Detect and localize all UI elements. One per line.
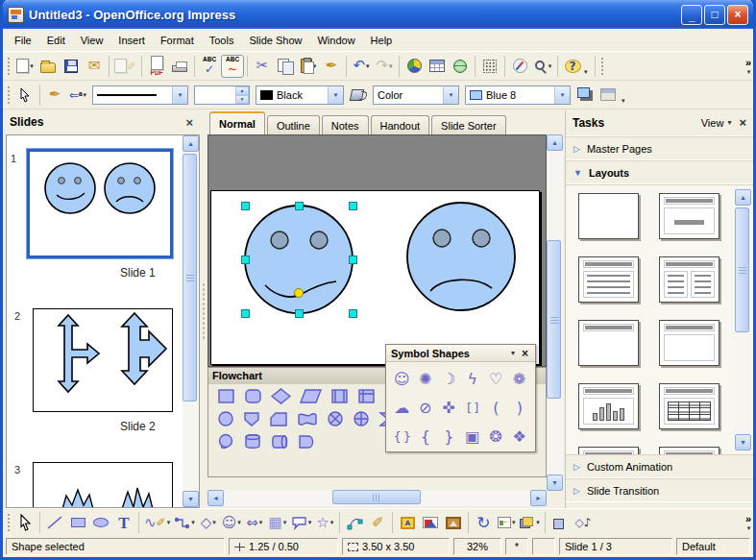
menu-edit[interactable]: Edit [39, 32, 73, 49]
scrollbar-thumb[interactable] [547, 240, 561, 399]
tasks-panel-close-icon[interactable]: × [739, 115, 746, 130]
flowchart-summing-junction-shape[interactable] [353, 410, 370, 427]
scrollbar-thumb[interactable] [332, 490, 421, 504]
minimize-button[interactable]: _ [681, 5, 702, 25]
select-button[interactable] [13, 511, 37, 534]
selection-handle[interactable] [349, 202, 357, 210]
flowchart-alternate-process-shape[interactable] [244, 388, 262, 404]
tab-notes[interactable]: Notes [322, 115, 369, 134]
slides-scrollbar[interactable]: ▲ ▼ [183, 135, 199, 507]
navigator-button[interactable] [508, 55, 531, 78]
symbol-flower-shape[interactable]: ❁ [508, 365, 532, 392]
layout-centered-text[interactable] [659, 320, 719, 366]
toolbar-overflow-button[interactable]: » [745, 513, 751, 524]
edit-file-button[interactable]: ✐ [112, 55, 138, 78]
canvas-vertical-scrollbar[interactable]: ▲ ▼ [547, 134, 563, 491]
symbol-puzzle-shape[interactable]: ✜ [437, 394, 461, 421]
line-color-combo[interactable]: Black ▾ [256, 85, 344, 105]
slide-thumbnail-1[interactable] [27, 149, 173, 258]
spellcheck-button[interactable]: ABC✓ [198, 55, 221, 78]
open-button[interactable] [37, 55, 60, 78]
layout-blank[interactable] [578, 193, 639, 239]
glue-points-button[interactable]: ✐ [366, 511, 389, 534]
flowchart-decision-shape[interactable] [271, 388, 291, 404]
section-layouts[interactable]: ▼ Layouts [566, 160, 753, 184]
symbol-smiley-shape[interactable]: ☺ [390, 365, 414, 392]
area-dialog-button[interactable] [347, 84, 370, 107]
tab-outline[interactable]: Outline [267, 115, 320, 134]
flowchart-offpage-connector-shape[interactable] [243, 411, 260, 427]
flowchart-delay-shape[interactable] [298, 434, 316, 450]
fontwork-button[interactable]: ✎A [396, 511, 419, 534]
alignment-button[interactable]: ▾ [495, 511, 518, 534]
format-paintbrush-button[interactable]: ✒ [320, 55, 343, 78]
symbol-moon-shape[interactable]: ☽ [437, 365, 461, 392]
flowchart-paper-tape-shape[interactable] [297, 411, 318, 427]
undo-button[interactable]: ↶▾ [350, 55, 373, 78]
flowchart-process-shape[interactable] [217, 388, 235, 404]
layout-title-table[interactable] [659, 383, 719, 429]
symbol-heart-shape[interactable]: ♡ [484, 365, 508, 392]
scrollbar-thumb[interactable] [183, 154, 197, 402]
symbol-double-brace-shape[interactable]: { } [390, 423, 414, 450]
curve-tool-button[interactable]: ∿✐▾ [142, 511, 172, 534]
line-tool-button[interactable] [43, 511, 66, 534]
symbol-lightning-shape[interactable]: ϟ [461, 365, 485, 392]
section-slide-transition[interactable]: ▷ Slide Transition [566, 478, 753, 502]
slide-thumbnail-2[interactable] [33, 308, 173, 412]
print-button[interactable] [168, 55, 191, 78]
fill-color-combo[interactable]: Blue 8 ▾ [465, 85, 571, 105]
layout-title-slide[interactable] [659, 193, 719, 239]
canvas-horizontal-scrollbar[interactable]: ◄ ► [207, 490, 547, 506]
interaction-button[interactable]: ◇♪ [572, 511, 595, 534]
callout-shapes-button[interactable]: ▾ [289, 511, 314, 534]
layout-row5-right[interactable] [659, 447, 719, 454]
selection-handle[interactable] [241, 256, 250, 264]
combo-dropdown-icon[interactable]: ▾ [328, 86, 343, 104]
palette-dropdown-icon[interactable]: ▾ [506, 349, 520, 357]
layouts-scrollbar[interactable]: ▲ ▼ [735, 189, 751, 450]
hyperlink-button[interactable] [449, 55, 472, 78]
menu-file[interactable]: File [7, 32, 39, 49]
selection-handle[interactable] [295, 202, 304, 210]
shadow-button[interactable] [573, 84, 597, 107]
selection-handle[interactable] [241, 202, 250, 210]
save-button[interactable] [60, 55, 83, 78]
copy-button[interactable] [274, 55, 297, 78]
combo-dropdown-icon[interactable]: ▾ [172, 86, 187, 104]
title-bar[interactable]: Untitled3 - OpenOffice.org Impress _ □ × [3, 0, 753, 29]
toolbar-grip[interactable] [598, 56, 605, 77]
rotate-button[interactable]: ↻ [472, 511, 495, 534]
symbol-square-bevel-shape[interactable]: ▣ [461, 423, 485, 450]
scroll-down-icon[interactable]: ▼ [183, 491, 199, 507]
star-shapes-button[interactable]: ☆▾ [313, 511, 336, 534]
symbol-left-brace-shape[interactable]: { [414, 423, 438, 450]
symbol-octagon-bevel-shape[interactable]: ❂ [484, 423, 508, 450]
symbol-diamond-bevel-shape[interactable]: ❖ [508, 423, 532, 450]
flowchart-magnetic-disc-shape[interactable] [244, 433, 261, 450]
flowchart-direct-access-storage-shape[interactable] [270, 434, 289, 450]
scroll-right-icon[interactable]: ► [530, 490, 547, 506]
flowchart-data-shape[interactable] [300, 388, 322, 404]
email-button[interactable]: ✉ [83, 55, 106, 78]
flowchart-stored-data-shape[interactable] [217, 433, 235, 450]
toolbar-grip[interactable] [5, 512, 12, 533]
symbol-right-bracket-shape[interactable]: ) [508, 394, 532, 421]
maximize-button[interactable]: □ [704, 5, 725, 25]
redo-button[interactable]: ↷▾ [373, 55, 396, 78]
select-tool-button[interactable] [13, 84, 37, 107]
block-arrows-button[interactable]: ⇔▾ [243, 511, 266, 534]
ellipse-tool-button[interactable] [89, 511, 112, 534]
selection-handle[interactable] [349, 309, 357, 318]
selection-handle[interactable] [241, 309, 250, 318]
connector-tool-button[interactable]: ▾ [172, 511, 197, 534]
menu-insert[interactable]: Insert [110, 32, 153, 49]
status-size[interactable]: 3.50 x 3.50 [342, 538, 450, 555]
combo-dropdown-icon[interactable]: ▾ [443, 86, 458, 104]
palette-close-icon[interactable]: × [520, 347, 530, 360]
line-width-spinner[interactable]: ▲▼ [194, 85, 250, 105]
slides-panel-close-icon[interactable]: × [185, 115, 193, 130]
toolbar-overflow-button[interactable]: » [745, 57, 751, 68]
section-master-pages[interactable]: ▷ Master Pages [566, 136, 753, 160]
line-style-combo[interactable]: ▾ [92, 85, 188, 105]
